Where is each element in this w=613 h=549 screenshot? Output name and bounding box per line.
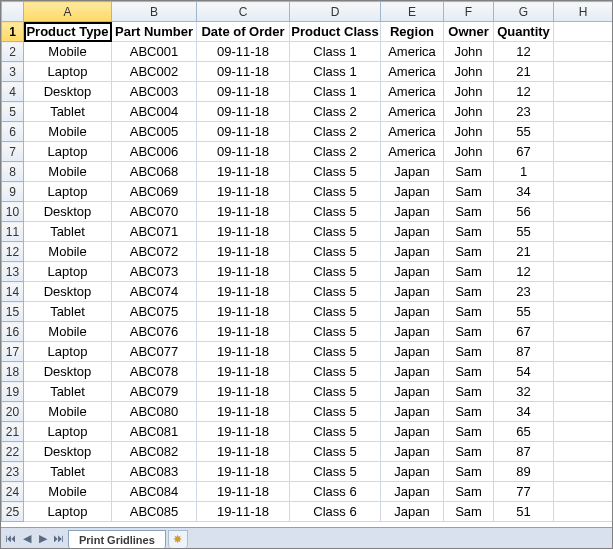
cell[interactable] (554, 242, 613, 262)
cell[interactable]: 23 (494, 282, 554, 302)
cell[interactable]: Desktop (24, 442, 112, 462)
cell[interactable]: Class 5 (290, 442, 381, 462)
cell[interactable] (554, 402, 613, 422)
cell[interactable]: ABC084 (112, 482, 197, 502)
row-header[interactable]: 23 (2, 462, 24, 482)
cell[interactable]: Japan (381, 362, 444, 382)
cell[interactable]: ABC082 (112, 442, 197, 462)
cell[interactable]: Sam (444, 202, 494, 222)
row-header[interactable]: 2 (2, 42, 24, 62)
cell[interactable]: John (444, 102, 494, 122)
cell[interactable] (554, 362, 613, 382)
cell[interactable]: 09-11-18 (197, 102, 290, 122)
header-cell[interactable]: Date of Order (197, 22, 290, 42)
cell[interactable]: ABC073 (112, 262, 197, 282)
cell[interactable]: ABC076 (112, 322, 197, 342)
cell[interactable]: 54 (494, 362, 554, 382)
nav-first-icon[interactable]: ⏮ (3, 530, 18, 546)
cell[interactable]: Sam (444, 322, 494, 342)
row-header[interactable]: 1 (2, 22, 24, 42)
cell[interactable] (554, 202, 613, 222)
cell[interactable]: Tablet (24, 302, 112, 322)
cell[interactable]: Mobile (24, 162, 112, 182)
cell[interactable]: Class 5 (290, 242, 381, 262)
cell[interactable]: Class 5 (290, 422, 381, 442)
column-header-g[interactable]: G (494, 2, 554, 22)
cell[interactable]: America (381, 122, 444, 142)
cell[interactable] (554, 442, 613, 462)
row-header[interactable]: 15 (2, 302, 24, 322)
cell[interactable]: 19-11-18 (197, 462, 290, 482)
cell[interactable]: Japan (381, 222, 444, 242)
cell[interactable]: Sam (444, 262, 494, 282)
cell[interactable]: Class 5 (290, 342, 381, 362)
nav-next-icon[interactable]: ▶ (35, 530, 50, 546)
cell[interactable]: Class 5 (290, 302, 381, 322)
cell[interactable] (554, 262, 613, 282)
cell[interactable]: Class 1 (290, 42, 381, 62)
cell[interactable]: Japan (381, 302, 444, 322)
cell[interactable]: Class 2 (290, 142, 381, 162)
cell[interactable]: Japan (381, 322, 444, 342)
cell[interactable]: 55 (494, 222, 554, 242)
cell[interactable]: Class 1 (290, 82, 381, 102)
cell[interactable] (554, 342, 613, 362)
header-cell[interactable]: Region (381, 22, 444, 42)
cell[interactable]: Sam (444, 362, 494, 382)
cell[interactable]: Mobile (24, 482, 112, 502)
cell[interactable]: ABC070 (112, 202, 197, 222)
cell[interactable] (554, 82, 613, 102)
cell[interactable]: 12 (494, 42, 554, 62)
cell[interactable]: Class 2 (290, 122, 381, 142)
cell[interactable]: ABC075 (112, 302, 197, 322)
cell[interactable]: ABC077 (112, 342, 197, 362)
cell[interactable]: ABC074 (112, 282, 197, 302)
cell[interactable]: Laptop (24, 142, 112, 162)
cell[interactable]: Sam (444, 162, 494, 182)
cell[interactable]: 21 (494, 62, 554, 82)
cell[interactable]: 19-11-18 (197, 202, 290, 222)
row-header[interactable]: 18 (2, 362, 24, 382)
cell[interactable]: Japan (381, 462, 444, 482)
cell[interactable]: 34 (494, 402, 554, 422)
cell[interactable]: 19-11-18 (197, 322, 290, 342)
cell[interactable]: 09-11-18 (197, 42, 290, 62)
cell[interactable]: Laptop (24, 262, 112, 282)
cell[interactable]: Class 5 (290, 322, 381, 342)
cell[interactable]: 09-11-18 (197, 82, 290, 102)
cell[interactable]: Mobile (24, 322, 112, 342)
cell[interactable]: Class 5 (290, 162, 381, 182)
row-header[interactable]: 9 (2, 182, 24, 202)
cell[interactable]: ABC068 (112, 162, 197, 182)
cell[interactable]: 19-11-18 (197, 222, 290, 242)
cell[interactable] (554, 302, 613, 322)
row-header[interactable]: 24 (2, 482, 24, 502)
cell[interactable]: 19-11-18 (197, 162, 290, 182)
cell[interactable]: America (381, 42, 444, 62)
cell[interactable]: Sam (444, 482, 494, 502)
cell[interactable]: Japan (381, 502, 444, 522)
cell[interactable]: Laptop (24, 502, 112, 522)
row-header[interactable]: 13 (2, 262, 24, 282)
column-header-f[interactable]: F (444, 2, 494, 22)
worksheet-grid[interactable]: A B C D E F G H 1Product TypePart Number… (1, 1, 612, 527)
cell[interactable]: 65 (494, 422, 554, 442)
cell[interactable]: Sam (444, 342, 494, 362)
cell[interactable]: Class 5 (290, 182, 381, 202)
cell[interactable]: Mobile (24, 42, 112, 62)
cell[interactable]: Mobile (24, 402, 112, 422)
cell[interactable]: 09-11-18 (197, 62, 290, 82)
cell[interactable]: John (444, 82, 494, 102)
cell[interactable]: Class 5 (290, 462, 381, 482)
cell[interactable]: Class 2 (290, 102, 381, 122)
cell[interactable]: Japan (381, 442, 444, 462)
cell[interactable]: 19-11-18 (197, 302, 290, 322)
cell[interactable]: Class 5 (290, 262, 381, 282)
cell[interactable]: 56 (494, 202, 554, 222)
cell[interactable]: Sam (444, 242, 494, 262)
cell[interactable]: 19-11-18 (197, 482, 290, 502)
cell[interactable]: 67 (494, 322, 554, 342)
cell[interactable] (554, 182, 613, 202)
cell[interactable]: Desktop (24, 362, 112, 382)
row-header[interactable]: 21 (2, 422, 24, 442)
